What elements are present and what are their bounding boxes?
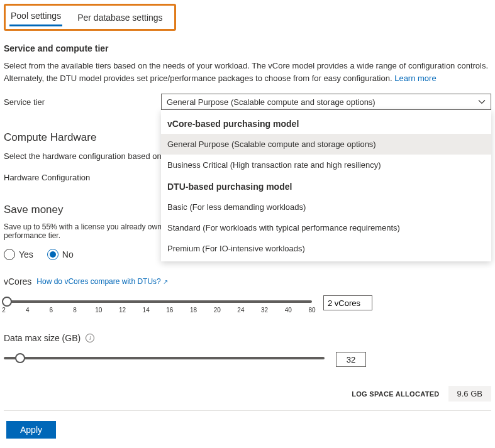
dropdown-option-general-purpose[interactable]: General Purpose (Scalable compute and st… [161,134,491,155]
data-max-label: Data max size (GB) [4,333,81,343]
tabs-highlight-box: Pool settings Per database settings [4,4,176,31]
vcores-slider-row: 246810121416182024324080 [4,295,491,315]
data-max-size-section: Data max size (GB) i [4,333,491,367]
slider-tick: 4 [26,307,30,314]
service-tier-select[interactable]: General Purpose (Scalable compute and st… [161,94,491,110]
vcores-help-text: How do vCores compare with DTUs? [36,277,160,286]
service-tier-select-wrap: General Purpose (Scalable compute and st… [161,94,491,110]
slider-tick: 8 [73,307,77,314]
info-icon[interactable]: i [86,334,94,342]
dropdown-group-vcore: vCore-based purchasing model [161,112,491,134]
slider-tick: 20 [214,307,221,314]
tab-pool-settings[interactable]: Pool settings [9,8,62,26]
vcores-input[interactable] [323,295,372,310]
data-max-slider-row [4,352,491,367]
dropdown-option-basic[interactable]: Basic (For less demanding workloads) [161,197,491,217]
learn-more-link[interactable]: Learn more [394,74,436,83]
dropdown-option-standard[interactable]: Standard (For workloads with typical per… [161,217,491,238]
log-space-label: LOG SPACE ALLOCATED [352,390,439,398]
service-tier-dropdown: vCore-based purchasing model General Pur… [161,110,491,261]
data-max-title-row: Data max size (GB) i [4,333,491,343]
data-max-slider[interactable] [4,357,325,359]
data-max-input[interactable] [336,352,366,367]
chevron-down-icon [478,98,486,106]
slider-tick: 6 [50,307,53,314]
log-space-value: 9.6 GB [448,386,491,402]
radio-no[interactable]: No [47,249,74,260]
apply-button[interactable]: Apply [6,421,56,439]
slider-tick: 24 [237,307,244,314]
service-tier-row: Service tier General Purpose (Scalable c… [4,94,491,110]
dropdown-option-business-critical[interactable]: Business Critical (High transaction rate… [161,155,491,175]
slider-tick: 80 [308,307,315,314]
divider [4,410,491,411]
section-title-service-compute: Service and compute tier [4,43,491,53]
slider-tick: 14 [143,307,150,314]
vcores-slider-col: 246810121416182024324080 [4,295,312,315]
vcores-slider-thumb[interactable] [2,297,12,307]
radio-circle-icon [4,249,15,260]
data-max-slider-thumb[interactable] [15,353,25,363]
radio-circle-icon [47,249,58,260]
vcores-help-link[interactable]: How do vCores compare with DTUs? ↗ [36,277,168,286]
service-tier-label: Service tier [4,97,161,107]
slider-tick: 12 [119,307,126,314]
vcores-title-row: vCores How do vCores compare with DTUs? … [4,276,491,287]
external-link-icon: ↗ [163,278,168,285]
slider-tick: 32 [261,307,268,314]
radio-no-label: No [62,249,74,260]
vcores-slider[interactable] [4,300,312,303]
data-max-slider-col [4,352,325,363]
radio-yes-label: Yes [19,249,33,260]
slider-tick: 10 [95,307,102,314]
service-tier-selected-value: General Purpose (Scalable compute and st… [167,97,375,107]
tab-per-database-settings[interactable]: Per database settings [76,10,164,26]
log-space-row: LOG SPACE ALLOCATED 9.6 GB [4,386,491,402]
slider-tick: 40 [285,307,292,314]
dropdown-option-premium[interactable]: Premium (For IO-intensive workloads) [161,238,491,259]
vcores-section: vCores How do vCores compare with DTUs? … [4,276,491,315]
vcores-label: vCores [4,276,31,287]
tabs: Pool settings Per database settings [9,8,164,26]
radio-yes[interactable]: Yes [4,249,33,260]
slider-tick: 16 [166,307,173,314]
slider-tick: 18 [190,307,197,314]
section-desc-service-compute: Select from the available tiers based on… [4,60,491,85]
dropdown-group-dtu: DTU-based purchasing model [161,175,491,197]
slider-tick: 2 [2,307,6,314]
vcores-slider-ticks: 246810121416182024324080 [4,307,312,315]
